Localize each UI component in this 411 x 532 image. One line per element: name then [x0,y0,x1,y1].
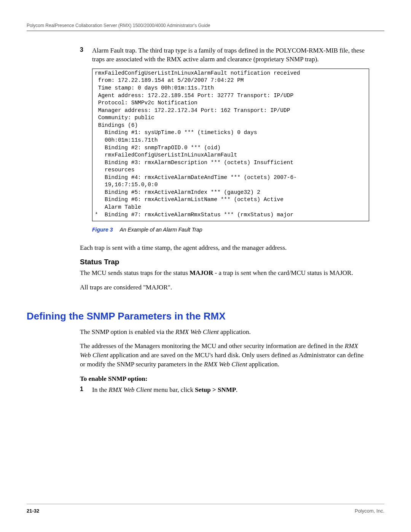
procedure-heading: To enable SNMP option: [80,374,369,383]
subheading-status-trap: Status Trap [80,258,369,266]
list-item-3: 3 Alarm Fault trap. The third trap type … [80,46,369,64]
item-text: Alarm Fault trap. The third trap type is… [92,46,369,64]
step-text: In the RMX Web Client menu bar, click Se… [92,386,237,395]
paragraph: The SNMP option is enabled via the RMX W… [80,328,369,337]
page-footer: 21-32 Polycom, Inc. [27,504,384,514]
figure-text: An Example of an Alarm Fault Trap [119,227,202,233]
section-heading-snmp-params: Defining the SNMP Parameters in the RMX [27,310,384,322]
header-rule [27,30,384,31]
item-number: 3 [80,46,92,64]
footer-company: Polycom, Inc. [355,508,384,514]
doc-header: Polycom RealPresence Collaboration Serve… [27,23,384,28]
step-1: 1 In the RMX Web Client menu bar, click … [80,386,369,395]
paragraph: All traps are considered "MAJOR". [80,283,369,292]
paragraph: The addresses of the Managers monitoring… [80,342,369,369]
step-number: 1 [80,386,92,395]
figure-caption: Figure 3An Example of an Alarm Fault Tra… [92,227,369,233]
figure-label: Figure 3 [92,227,113,233]
page-number: 21-32 [27,508,39,514]
code-block-trap-example: rmxFailedConfigUserListInLinuxAlarmFault… [92,69,369,221]
paragraph: The MCU sends status traps for the statu… [80,268,369,278]
paragraph: Each trap is sent with a time stamp, the… [80,243,369,252]
